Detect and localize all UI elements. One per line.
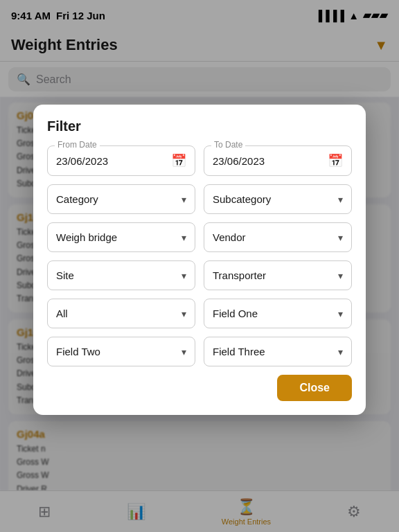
dropdown-row-5: Field Two ▾ Field Three ▾ [47,337,352,366]
chevron-down-icon: ▾ [338,270,343,281]
field-three-dropdown[interactable]: Field Three ▾ [204,337,352,366]
to-date-field[interactable]: To Date 23/06/2023 📅 [204,145,352,176]
transporter-dropdown[interactable]: Transporter ▾ [204,260,352,290]
chevron-down-icon: ▾ [181,232,186,243]
field-one-dropdown[interactable]: Field One ▾ [204,299,352,328]
category-dropdown[interactable]: Category ▾ [47,184,195,214]
chevron-down-icon: ▾ [181,270,186,281]
dropdown-row-2: Weigh bridge ▾ Vendor ▾ [47,222,352,252]
to-date-label: To Date [211,140,245,150]
chevron-down-icon: ▾ [181,194,186,205]
modal-title: Filter [47,118,352,134]
chevron-down-icon: ▾ [181,346,186,357]
subcategory-label: Subcategory [213,193,271,205]
weighbridge-dropdown[interactable]: Weigh bridge ▾ [47,222,195,252]
to-date-value: 23/06/2023 [213,155,265,167]
site-label: Site [56,269,74,281]
all-label: All [56,308,68,319]
chevron-down-icon: ▾ [181,308,186,319]
site-dropdown[interactable]: Site ▾ [47,260,195,290]
dropdown-row-1: Category ▾ Subcategory ▾ [47,184,352,214]
subcategory-dropdown[interactable]: Subcategory ▾ [204,184,352,214]
vendor-dropdown[interactable]: Vendor ▾ [204,222,352,252]
dropdown-row-3: Site ▾ Transporter ▾ [47,260,352,290]
calendar-icon[interactable]: 📅 [171,153,186,168]
date-row: From Date 23/06/2023 📅 To Date 23/06/202… [47,145,352,176]
from-date-value: 23/06/2023 [56,155,108,167]
field-two-dropdown[interactable]: Field Two ▾ [47,337,195,366]
all-dropdown[interactable]: All ▾ [47,299,195,328]
filter-modal: Filter From Date 23/06/2023 📅 To Date 23… [33,105,366,415]
calendar-icon[interactable]: 📅 [328,153,343,168]
chevron-down-icon: ▾ [338,308,343,319]
from-date-label: From Date [55,140,100,150]
chevron-down-icon: ▾ [338,346,343,357]
category-label: Category [56,193,98,205]
chevron-down-icon: ▾ [338,194,343,205]
vendor-label: Vendor [213,231,246,243]
field-one-label: Field One [213,308,258,319]
weighbridge-label: Weigh bridge [56,231,117,243]
chevron-down-icon: ▾ [338,232,343,243]
close-button[interactable]: Close [277,375,352,401]
from-date-field[interactable]: From Date 23/06/2023 📅 [47,145,195,176]
modal-footer: Close [47,375,352,401]
field-three-label: Field Three [213,346,265,357]
field-two-label: Field Two [56,346,100,357]
dropdown-row-4: All ▾ Field One ▾ [47,299,352,328]
transporter-label: Transporter [213,269,266,281]
